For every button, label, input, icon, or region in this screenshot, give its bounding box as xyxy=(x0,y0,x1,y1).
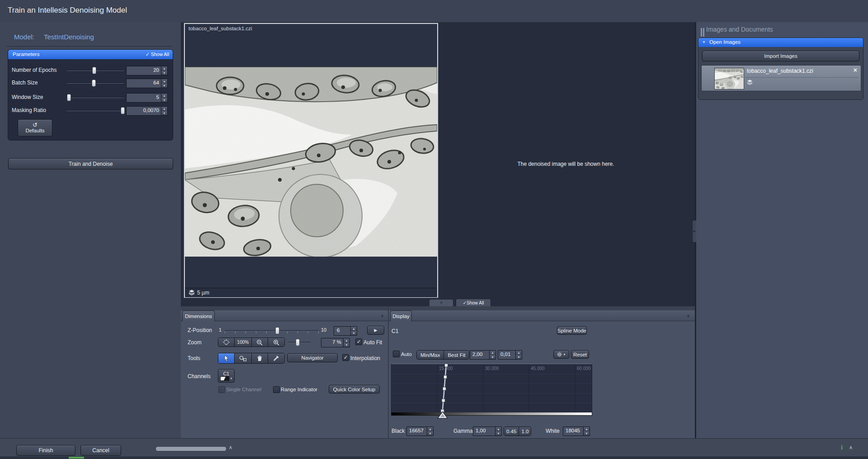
spinner-arrows[interactable]: ▲▼ xyxy=(343,338,349,347)
param-row-epochs: Number of Epochs 20 ▲▼ xyxy=(8,66,173,75)
slider-handle[interactable] xyxy=(92,80,96,87)
item-close-button[interactable]: × xyxy=(854,66,857,74)
bottom-show-all[interactable]: ✓Show All xyxy=(456,299,491,307)
epochs-spinner[interactable]: 20 ▲▼ xyxy=(126,66,168,75)
masking-spinner[interactable]: 0,0070 ▲▼ xyxy=(126,106,168,116)
slider-handle[interactable] xyxy=(275,327,279,334)
chevron-down-icon: ▼ xyxy=(439,301,443,305)
bottom-strip xyxy=(0,456,868,459)
image-viewer[interactable]: tobacco_leaf_substack1.czi xyxy=(184,23,438,298)
fit-to-screen-button[interactable] xyxy=(218,338,235,347)
item-thumbnail[interactable] xyxy=(714,68,744,89)
spinner-arrows[interactable]: ▲▼ xyxy=(427,427,433,436)
statusbar-collapse-icon[interactable]: ∧ xyxy=(849,445,853,450)
min-max-button[interactable]: Min/Max xyxy=(417,351,444,359)
display-dropdown-icon[interactable]: ▼ xyxy=(686,314,690,318)
pan-tool-button[interactable] xyxy=(252,353,268,363)
import-images-button[interactable]: Import Images xyxy=(702,51,859,61)
spinner-arrows[interactable]: ▲▼ xyxy=(161,79,167,88)
zoom-in-button[interactable] xyxy=(268,338,284,347)
train-and-denoise-button[interactable]: Train and Denoise xyxy=(8,158,173,169)
black-spinner[interactable]: 16657 ▲▼ xyxy=(406,426,434,436)
right-panel: Images and Documents ▼ Open Images Impor… xyxy=(696,22,868,438)
bestfit-low-spinner[interactable]: 2,00 ▲▼ xyxy=(470,350,496,360)
white-spinner[interactable]: 18045 ▲▼ xyxy=(563,426,590,436)
window-spinner[interactable]: 5 ▲▼ xyxy=(126,93,168,103)
check-icon: ✓ xyxy=(357,339,361,344)
best-fit-button[interactable]: Best Fit xyxy=(444,351,469,359)
reset-button[interactable]: Reset xyxy=(571,350,589,359)
tab-display[interactable]: Display xyxy=(390,310,412,321)
spinner-arrows[interactable]: ▲▼ xyxy=(350,327,357,335)
slider-handle[interactable] xyxy=(67,94,71,101)
batch-slider[interactable] xyxy=(67,79,124,86)
hist-tick-60000: 60.000 xyxy=(577,366,591,371)
gamma-marker[interactable] xyxy=(437,412,448,419)
batch-spinner[interactable]: 64 ▲▼ xyxy=(126,79,168,88)
spinner-arrows[interactable]: ▲▼ xyxy=(161,107,167,115)
slider-handle[interactable] xyxy=(296,339,300,346)
scroll-collapse-icon[interactable]: ∧ xyxy=(229,445,232,450)
auto-fit-checkbox[interactable]: ✓ xyxy=(355,338,362,345)
epochs-slider[interactable] xyxy=(67,66,124,74)
z-position-slider[interactable] xyxy=(225,327,319,334)
tools-label: Tools xyxy=(188,355,200,361)
param-row-masking: Masking Ratio 0,0070 ▲▼ xyxy=(8,106,173,115)
spline-mode-button[interactable]: Spline Mode xyxy=(557,326,587,335)
tab-dimensions[interactable]: Dimensions xyxy=(182,310,215,321)
masking-slider[interactable] xyxy=(67,107,124,114)
parameters-header[interactable]: Parameters ✓ Show All xyxy=(8,50,173,59)
range-indicator-checkbox[interactable] xyxy=(273,386,280,393)
defaults-button[interactable]: ↺ Defaults xyxy=(18,119,52,136)
zoom-100-button[interactable]: 100% xyxy=(235,338,251,347)
auto-checkbox[interactable] xyxy=(393,351,400,357)
finish-button[interactable]: Finish xyxy=(16,445,75,456)
window-slider[interactable] xyxy=(67,94,124,101)
spinner-arrows[interactable]: ▲▼ xyxy=(583,427,590,436)
gamma-045-button[interactable]: 0.45 xyxy=(504,427,519,436)
auto-fit-label: Auto Fit xyxy=(363,339,382,346)
navigator-button[interactable]: Navigator xyxy=(287,353,338,362)
z-position-spinner[interactable]: 6 ▲▼ xyxy=(334,326,357,336)
spinner-arrows[interactable]: ▲▼ xyxy=(515,351,522,359)
parameters-show-all[interactable]: ✓ Show All xyxy=(146,52,169,57)
gamma-spinner[interactable]: 1,00 ▲▼ xyxy=(473,426,502,436)
info-icon[interactable]: i xyxy=(841,444,843,451)
pipette-tool-button[interactable] xyxy=(268,353,284,363)
dimensions-dropdown-icon[interactable]: ▼ xyxy=(380,314,384,318)
gear-icon xyxy=(557,352,562,357)
micrograph-image[interactable] xyxy=(185,67,437,257)
zoom-out-button[interactable] xyxy=(252,338,268,347)
open-images-header[interactable]: ▼ Open Images xyxy=(698,38,863,47)
chevron-down-icon: ▼ xyxy=(563,353,566,356)
histogram[interactable]: 15.000 30.000 45.000 60.000 xyxy=(391,364,592,413)
z-max-label: 10 xyxy=(321,327,326,333)
zoom-slider[interactable] xyxy=(288,338,311,346)
panel-collapse-button[interactable]: ▼ xyxy=(429,300,453,306)
interpolation-checkbox[interactable]: ✓ xyxy=(342,354,349,361)
footer-scrollbar-thumb[interactable] xyxy=(156,447,226,451)
cancel-button[interactable]: Cancel xyxy=(80,445,121,456)
open-image-item[interactable]: tobacco_leaf_substack1.czi × xyxy=(701,65,861,91)
z-play-button[interactable]: ▶ xyxy=(367,326,384,335)
spinner-arrows[interactable]: ▲▼ xyxy=(161,94,167,102)
black-label: Black xyxy=(392,428,405,434)
spline-handles[interactable] xyxy=(441,364,448,412)
quick-color-setup-button[interactable]: Quick Color Setup xyxy=(329,385,380,393)
item-filename: tobacco_leaf_substack1.czi xyxy=(747,68,813,74)
gamma-10-button[interactable]: 1.0 xyxy=(519,427,531,436)
check-icon: ✓ xyxy=(463,300,467,305)
channel-c1-button[interactable]: C1 ▼ xyxy=(218,369,235,383)
spinner-arrows[interactable]: ▲▼ xyxy=(489,351,495,359)
zoom-spinner[interactable]: 7 % ▲▼ xyxy=(321,338,350,347)
bestfit-high-spinner[interactable]: 0,01 ▲▼ xyxy=(498,350,522,360)
slider-handle[interactable] xyxy=(92,67,96,74)
zoom-region-tool-button[interactable] xyxy=(235,353,251,363)
spinner-arrows[interactable]: ▲▼ xyxy=(161,66,167,75)
cursor-tool-button[interactable] xyxy=(218,353,235,363)
spinner-arrows[interactable]: ▲▼ xyxy=(495,427,501,436)
display-settings-button[interactable]: ▼ xyxy=(553,350,569,359)
spin-up-icon: ▲ xyxy=(161,107,167,111)
tabstrip xyxy=(181,310,695,321)
slider-handle[interactable] xyxy=(121,107,125,114)
